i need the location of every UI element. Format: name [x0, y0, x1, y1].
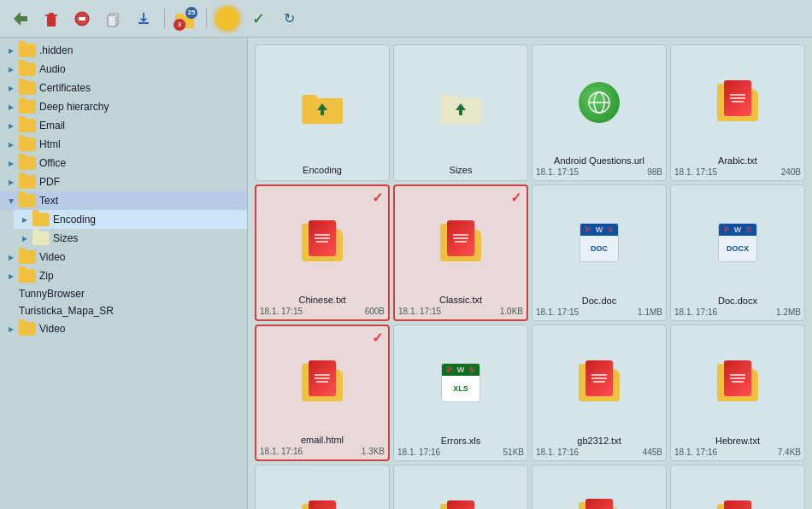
arrow-icon [7, 159, 15, 167]
file-icon-area [579, 52, 620, 152]
arrow-placeholder [7, 290, 15, 298]
badge-count-25: 25 [185, 7, 197, 19]
svg-rect-18 [440, 95, 456, 102]
sidebar-item-hidden[interactable]: .hidden [0, 41, 247, 60]
download-button[interactable] [130, 5, 157, 32]
file-date: 18.1. 17:16 [260, 447, 303, 456]
txt-icon [717, 80, 758, 125]
svg-rect-2 [45, 15, 57, 16]
sidebar-label: Audio [39, 63, 66, 75]
file-name: Chinese.txt [260, 295, 385, 305]
sidebar-item-turisticka[interactable]: Turisticka_Mapa_SR [0, 302, 247, 319]
sidebar-item-tunnybrowser[interactable]: TunnyBrowser [0, 285, 247, 302]
file-item-classic[interactable]: ✓ Classic.txt 18.1. 17:15 1.0KB [393, 184, 528, 321]
file-item-android-questions[interactable]: Android Questions.url 18.1. 17:15 98B [532, 44, 667, 181]
arrow-icon [7, 102, 15, 111]
file-item-hindi[interactable]: Hindi.txt 18.1. 17:16 388B [255, 465, 390, 509]
check-button[interactable]: ✓ [244, 5, 272, 32]
svg-rect-1 [47, 16, 56, 26]
file-icon-area [302, 333, 343, 431]
arrow-icon [7, 253, 15, 261]
file-size: 1.0KB [500, 307, 523, 316]
arrow-icon [7, 140, 15, 149]
sidebar-item-encoding[interactable]: Encoding [14, 210, 247, 229]
txt-folder-icon-japanese [579, 499, 620, 509]
folder-icon [19, 62, 36, 76]
file-icon-area [440, 193, 481, 291]
sidebar-item-audio[interactable]: Audio [0, 60, 247, 79]
folder-icon [19, 175, 36, 189]
sidebar-item-email[interactable]: Email [0, 116, 247, 135]
sidebar-item-certificates[interactable]: Certificates [0, 79, 247, 97]
sidebar-label: Text [39, 195, 58, 207]
sidebar-item-text[interactable]: Text [0, 191, 247, 210]
file-item-gb2312[interactable]: gb2312.txt 18.1. 17:16 445B [532, 325, 667, 461]
file-item-encoding[interactable]: Encoding [255, 44, 390, 181]
txt-icon-korean [717, 500, 758, 510]
file-name: gb2312.txt [536, 436, 662, 446]
copy-button[interactable] [99, 5, 127, 32]
file-date: 18.1. 17:15 [260, 307, 303, 316]
checkmark: ✓ [510, 190, 521, 206]
file-meta: 18.1. 17:16 1.2MB [674, 307, 801, 317]
file-name: Doc.doc [536, 295, 662, 306]
sidebar-label: Office [39, 157, 66, 169]
back-button[interactable] [7, 5, 34, 32]
file-item-japanese[interactable]: Japanese 保険業界を.txt 18.1. 17:16 0.90KB [532, 465, 667, 509]
sidebar-item-office[interactable]: Office [0, 154, 247, 173]
file-item-errors-xls[interactable]: P W S XLS Errors.xls 18.1. 17:16 51KB [393, 325, 528, 461]
txt-folder-icon-hindi [302, 500, 343, 510]
file-item-html-html[interactable]: html.html 18.1. 17:16 30KB [393, 465, 528, 509]
arrow-icon [7, 272, 15, 280]
file-item-arabic[interactable]: Arabic.txt 18.1. 17:15 240B [670, 44, 805, 181]
file-size: 98B [647, 167, 662, 177]
sidebar-item-deep-hierarchy[interactable]: Deep hierarchy [0, 97, 247, 116]
file-item-korean[interactable]: Korean.txt 18.1. 17:16 638B [670, 465, 805, 509]
file-item-doc-docx[interactable]: P W S DOCX Doc.docx 18.1. 17:16 1.2MB [670, 184, 805, 321]
stop-button[interactable] [68, 5, 96, 32]
refresh-button[interactable]: ↻ [275, 5, 303, 32]
sidebar-item-video2[interactable]: Video [0, 319, 247, 338]
file-item-chinese[interactable]: ✓ Chinese.txt 18.1. 17:15 600B [255, 184, 390, 321]
file-item-doc-doc[interactable]: P W S DOC Doc.doc 18.1. 17:15 1.1MB [532, 184, 667, 321]
content-area: Encoding Sizes [248, 38, 812, 509]
file-icon-area [717, 472, 758, 509]
sidebar-item-video[interactable]: Video [0, 248, 247, 266]
file-icon-area [717, 52, 758, 152]
sidebar-label: PDF [39, 176, 60, 188]
badge-button[interactable]: 25 3 [172, 5, 199, 32]
file-meta: 18.1. 17:15 600B [260, 307, 385, 316]
file-size: 240B [781, 167, 801, 177]
file-name: Arabic.txt [674, 155, 801, 166]
txt-folder-icon-html [440, 500, 481, 510]
sidebar-item-pdf[interactable]: PDF [0, 173, 247, 191]
file-meta: 18.1. 17:15 240B [674, 167, 801, 177]
file-date: 18.1. 17:16 [674, 307, 717, 317]
sidebar-label: Encoding [53, 214, 96, 225]
sun-button[interactable] [214, 5, 241, 32]
arrow-icon [7, 196, 15, 205]
svg-rect-7 [108, 15, 116, 26]
folder-icon [19, 137, 36, 151]
folder-icon [19, 250, 36, 264]
sidebar-label: Html [39, 138, 61, 150]
file-meta: 18.1. 17:15 98B [536, 167, 662, 177]
file-name: Android Questions.url [536, 155, 662, 166]
sidebar-label: Video [39, 251, 65, 263]
delete-button[interactable] [38, 5, 65, 32]
toolbar: 25 3 ✓ ↻ [0, 0, 812, 38]
sidebar-label: TunnyBrowser [19, 288, 85, 300]
file-size: 1.3KB [362, 447, 385, 456]
sidebar-label: Certificates [39, 82, 91, 94]
file-icon-area [437, 52, 485, 161]
file-name: Doc.docx [674, 295, 801, 306]
file-item-sizes[interactable]: Sizes [393, 44, 528, 181]
sidebar-label: Deep hierarchy [39, 101, 109, 113]
sidebar-item-sizes[interactable]: Sizes [14, 229, 247, 248]
arrow-icon [7, 65, 15, 73]
file-item-hebrew[interactable]: Hebrew.txt 18.1. 17:16 7.4KB [670, 325, 805, 461]
file-icon-area: P W S XLS [441, 332, 480, 432]
sidebar-item-zip[interactable]: Zip [0, 266, 247, 285]
file-item-email-html[interactable]: ✓ email.html 18.1. 17:16 1.3KB [255, 325, 390, 461]
sidebar-item-html[interactable]: Html [0, 135, 247, 154]
